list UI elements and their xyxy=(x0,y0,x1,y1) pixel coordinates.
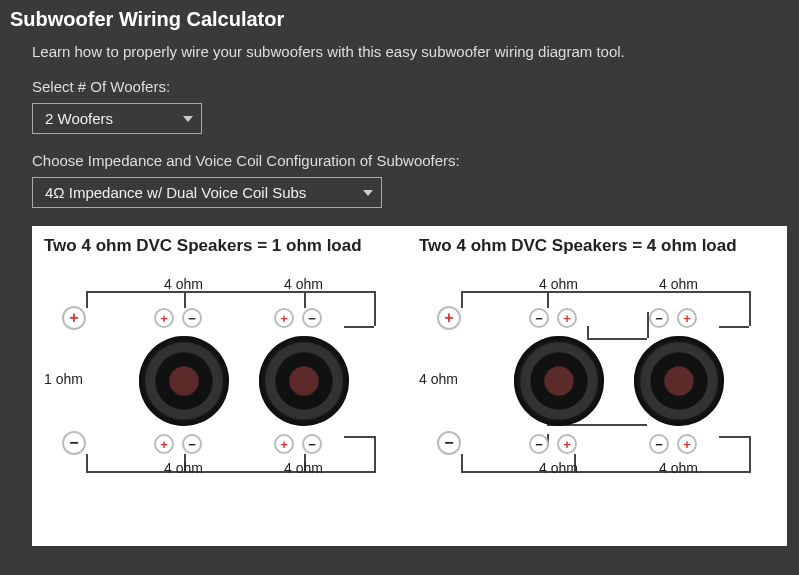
speaker-icon xyxy=(259,336,349,426)
speaker-icon xyxy=(514,336,604,426)
coil-label: 4 ohm xyxy=(539,460,578,476)
coil-terminal-neg: − xyxy=(529,434,549,454)
wiring-diagram-2: Two 4 ohm DVC Speakers = 4 ohm load + − … xyxy=(419,236,774,526)
coil-terminal-neg: − xyxy=(182,308,202,328)
coil-label: 4 ohm xyxy=(659,460,698,476)
amp-negative-terminal: − xyxy=(62,431,86,455)
coil-terminal-neg: − xyxy=(649,434,669,454)
coil-terminal-neg: − xyxy=(529,308,549,328)
coil-terminal-pos: + xyxy=(677,308,697,328)
coil-label: 4 ohm xyxy=(539,276,578,292)
diagram-1-title: Two 4 ohm DVC Speakers = 1 ohm load xyxy=(44,236,399,256)
woofers-select[interactable]: 2 Woofers xyxy=(32,103,202,134)
amp-load-label: 1 ohm xyxy=(44,371,83,387)
woofers-select-value: 2 Woofers xyxy=(45,110,113,127)
coil-terminal-pos: + xyxy=(557,308,577,328)
amp-positive-terminal: + xyxy=(437,306,461,330)
impedance-select-value: 4Ω Impedance w/ Dual Voice Coil Subs xyxy=(45,184,306,201)
woofers-label: Select # Of Woofers: xyxy=(32,78,789,95)
coil-label: 4 ohm xyxy=(284,276,323,292)
coil-label: 4 ohm xyxy=(659,276,698,292)
intro-text: Learn how to properly wire your subwoofe… xyxy=(32,43,789,60)
coil-terminal-pos: + xyxy=(557,434,577,454)
coil-terminal-pos: + xyxy=(677,434,697,454)
coil-label: 4 ohm xyxy=(164,460,203,476)
coil-terminal-pos: + xyxy=(274,434,294,454)
coil-label: 4 ohm xyxy=(164,276,203,292)
coil-terminal-pos: + xyxy=(154,308,174,328)
coil-terminal-pos: + xyxy=(154,434,174,454)
wiring-diagram-1: Two 4 ohm DVC Speakers = 1 ohm load + − … xyxy=(44,236,399,526)
wiring-diagram-panel: Two 4 ohm DVC Speakers = 1 ohm load + − … xyxy=(32,226,787,546)
coil-terminal-neg: − xyxy=(649,308,669,328)
chevron-down-icon xyxy=(363,190,373,196)
impedance-label: Choose Impedance and Voice Coil Configur… xyxy=(32,152,789,169)
page-title: Subwoofer Wiring Calculator xyxy=(10,8,789,31)
speaker-icon xyxy=(634,336,724,426)
amp-negative-terminal: − xyxy=(437,431,461,455)
chevron-down-icon xyxy=(183,116,193,122)
speaker-icon xyxy=(139,336,229,426)
diagram-2-title: Two 4 ohm DVC Speakers = 4 ohm load xyxy=(419,236,774,256)
amp-load-label: 4 ohm xyxy=(419,371,458,387)
coil-terminal-pos: + xyxy=(274,308,294,328)
coil-terminal-neg: − xyxy=(302,434,322,454)
coil-terminal-neg: − xyxy=(182,434,202,454)
coil-terminal-neg: − xyxy=(302,308,322,328)
amp-positive-terminal: + xyxy=(62,306,86,330)
coil-label: 4 ohm xyxy=(284,460,323,476)
impedance-select[interactable]: 4Ω Impedance w/ Dual Voice Coil Subs xyxy=(32,177,382,208)
